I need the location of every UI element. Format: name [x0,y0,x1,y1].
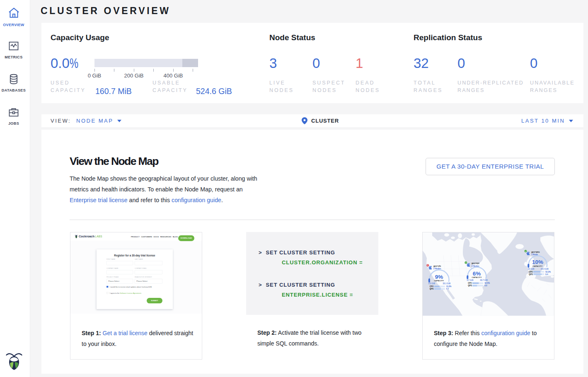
svg-text:43.7 GiB: 43.7 GiB [480,279,488,281]
svg-text:geo=nyc: geo=nyc [472,262,480,264]
svg-text:geo=ams: geo=ams [531,251,540,253]
svg-text:QPS: QPS [468,285,472,287]
svg-text:CAPACITY: CAPACITY [532,265,542,267]
svg-text:CPU: CPU [529,271,533,273]
svg-text:33.1 GiB: 33.1 GiB [443,283,450,285]
svg-text:CPU: CPU [430,285,434,288]
svg-text:3.2 GiB: 3.2 GiB [428,283,436,285]
svg-text:4.7: 4.7 [446,288,449,290]
svg-text:0.0: 0.0 [484,285,487,287]
svg-text:CPU: CPU [468,282,472,284]
svg-text:3.6 GiB: 3.6 GiB [528,268,535,270]
svg-text:11.0%: 11.0% [446,285,452,288]
svg-text:9%: 9% [435,274,443,280]
svg-text:10%: 10% [532,259,543,265]
svg-text:CAPACITY: CAPACITY [472,276,482,278]
svg-text:QPS: QPS [430,288,434,290]
svg-text:6%: 6% [473,271,481,277]
svg-text:34.4 GiB: 34.4 GiB [541,268,549,270]
svg-text:0.4: 0.4 [545,273,548,276]
svg-text:CAPACITY: CAPACITY [434,280,444,282]
svg-text:42.5%: 42.5% [484,282,490,284]
svg-text:QPS: QPS [529,273,533,276]
svg-text:52.3%: 52.3% [545,271,551,273]
svg-text:3.7 GiB: 3.7 GiB [467,279,474,281]
svg-text:geo=sfo: geo=sfo [433,265,441,267]
